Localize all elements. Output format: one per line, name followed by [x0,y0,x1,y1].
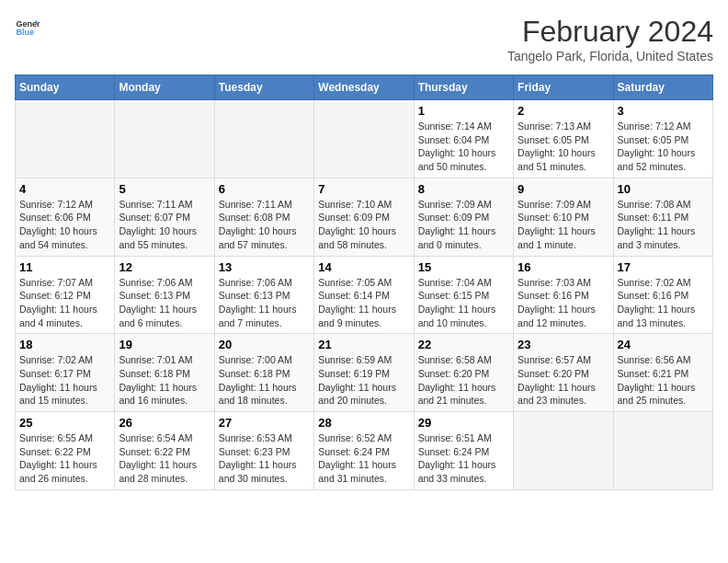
day-number: 16 [518,260,609,274]
day-number: 4 [19,182,110,196]
calendar-cell: 25Sunrise: 6:55 AM Sunset: 6:22 PM Dayli… [16,412,115,490]
day-number: 11 [19,260,110,274]
day-info: Sunrise: 6:59 AM Sunset: 6:19 PM Dayligh… [318,353,409,408]
calendar-cell: 14Sunrise: 7:05 AM Sunset: 6:14 PM Dayli… [314,256,414,334]
day-number: 13 [219,260,310,274]
day-info: Sunrise: 7:09 AM Sunset: 6:09 PM Dayligh… [418,198,509,252]
calendar-table: SundayMondayTuesdayWednesdayThursdayFrid… [15,75,713,490]
day-info: Sunrise: 6:56 AM Sunset: 6:21 PM Dayligh… [618,353,709,408]
header-day-sunday: Sunday [16,75,115,100]
day-number: 24 [618,338,709,351]
day-number: 2 [518,104,609,118]
day-info: Sunrise: 7:06 AM Sunset: 6:13 PM Dayligh… [119,276,210,330]
day-number: 25 [19,416,110,430]
header-day-wednesday: Wednesday [314,75,414,100]
calendar-cell: 17Sunrise: 7:02 AM Sunset: 6:16 PM Dayli… [613,256,712,334]
day-info: Sunrise: 7:00 AM Sunset: 6:18 PM Dayligh… [219,353,310,408]
calendar-cell [613,412,712,490]
calendar-cell: 29Sunrise: 6:51 AM Sunset: 6:24 PM Dayli… [414,412,513,490]
page-header: General Blue February 2024 Tangelo Park,… [15,15,713,63]
calendar-cell: 8Sunrise: 7:09 AM Sunset: 6:09 PM Daylig… [414,178,513,256]
day-info: Sunrise: 7:11 AM Sunset: 6:08 PM Dayligh… [219,198,310,252]
calendar-cell: 22Sunrise: 6:58 AM Sunset: 6:20 PM Dayli… [414,334,513,412]
calendar-cell: 15Sunrise: 7:04 AM Sunset: 6:15 PM Dayli… [414,256,513,334]
day-number: 20 [219,338,310,351]
calendar-cell: 4Sunrise: 7:12 AM Sunset: 6:06 PM Daylig… [16,178,115,256]
calendar-cell: 16Sunrise: 7:03 AM Sunset: 6:16 PM Dayli… [514,256,613,334]
calendar-cell: 19Sunrise: 7:01 AM Sunset: 6:18 PM Dayli… [115,334,214,412]
day-info: Sunrise: 6:53 AM Sunset: 6:23 PM Dayligh… [219,431,310,486]
day-number: 1 [418,104,509,118]
day-info: Sunrise: 7:09 AM Sunset: 6:10 PM Dayligh… [518,198,609,252]
day-number: 5 [119,182,210,196]
calendar-cell: 5Sunrise: 7:11 AM Sunset: 6:07 PM Daylig… [115,178,214,256]
day-info: Sunrise: 6:54 AM Sunset: 6:22 PM Dayligh… [119,431,210,486]
calendar-cell: 28Sunrise: 6:52 AM Sunset: 6:24 PM Dayli… [314,412,414,490]
day-info: Sunrise: 7:07 AM Sunset: 6:12 PM Dayligh… [19,276,110,330]
calendar-cell: 21Sunrise: 6:59 AM Sunset: 6:19 PM Dayli… [314,334,414,412]
week-row-3: 11Sunrise: 7:07 AM Sunset: 6:12 PM Dayli… [16,256,713,334]
day-number: 10 [618,182,709,196]
day-number: 8 [418,182,509,196]
svg-text:Blue: Blue [16,28,34,37]
day-info: Sunrise: 7:08 AM Sunset: 6:11 PM Dayligh… [618,198,709,252]
day-info: Sunrise: 7:11 AM Sunset: 6:07 PM Dayligh… [119,198,210,252]
day-number: 9 [518,182,609,196]
page-title: February 2024 [507,15,713,49]
header-day-tuesday: Tuesday [214,75,313,100]
day-info: Sunrise: 7:06 AM Sunset: 6:13 PM Dayligh… [219,276,310,330]
day-number: 17 [618,260,709,274]
day-number: 7 [318,182,409,196]
day-info: Sunrise: 7:12 AM Sunset: 6:06 PM Dayligh… [19,198,110,252]
calendar-cell: 2Sunrise: 7:13 AM Sunset: 6:05 PM Daylig… [514,100,613,178]
day-number: 19 [119,338,210,351]
day-number: 3 [618,104,709,118]
header-day-monday: Monday [115,75,214,100]
calendar-cell: 7Sunrise: 7:10 AM Sunset: 6:09 PM Daylig… [314,178,414,256]
logo: General Blue [15,15,40,40]
day-number: 22 [418,338,509,351]
calendar-cell [214,100,313,178]
day-info: Sunrise: 7:02 AM Sunset: 6:16 PM Dayligh… [618,276,709,330]
calendar-cell: 6Sunrise: 7:11 AM Sunset: 6:08 PM Daylig… [214,178,313,256]
calendar-cell: 10Sunrise: 7:08 AM Sunset: 6:11 PM Dayli… [613,178,712,256]
calendar-cell: 9Sunrise: 7:09 AM Sunset: 6:10 PM Daylig… [514,178,613,256]
day-info: Sunrise: 6:57 AM Sunset: 6:20 PM Dayligh… [518,353,609,408]
day-info: Sunrise: 7:01 AM Sunset: 6:18 PM Dayligh… [119,353,210,408]
day-number: 27 [219,416,310,430]
week-row-4: 18Sunrise: 7:02 AM Sunset: 6:17 PM Dayli… [16,334,713,412]
day-info: Sunrise: 7:13 AM Sunset: 6:05 PM Dayligh… [518,120,609,174]
day-number: 23 [518,338,609,351]
calendar-cell: 23Sunrise: 6:57 AM Sunset: 6:20 PM Dayli… [514,334,613,412]
day-info: Sunrise: 7:04 AM Sunset: 6:15 PM Dayligh… [418,276,509,330]
calendar-cell: 13Sunrise: 7:06 AM Sunset: 6:13 PM Dayli… [214,256,313,334]
day-info: Sunrise: 7:02 AM Sunset: 6:17 PM Dayligh… [19,353,110,408]
day-info: Sunrise: 6:58 AM Sunset: 6:20 PM Dayligh… [418,353,509,408]
header-day-thursday: Thursday [414,75,513,100]
week-row-2: 4Sunrise: 7:12 AM Sunset: 6:06 PM Daylig… [16,178,713,256]
calendar-cell: 11Sunrise: 7:07 AM Sunset: 6:12 PM Dayli… [16,256,115,334]
logo-icon: General Blue [15,15,40,40]
day-number: 29 [418,416,509,430]
calendar-cell: 18Sunrise: 7:02 AM Sunset: 6:17 PM Dayli… [16,334,115,412]
day-info: Sunrise: 7:05 AM Sunset: 6:14 PM Dayligh… [318,276,409,330]
calendar-cell [314,100,414,178]
week-row-5: 25Sunrise: 6:55 AM Sunset: 6:22 PM Dayli… [16,412,713,490]
week-row-1: 1Sunrise: 7:14 AM Sunset: 6:04 PM Daylig… [16,100,713,178]
day-number: 12 [119,260,210,274]
day-number: 28 [318,416,409,430]
day-info: Sunrise: 7:14 AM Sunset: 6:04 PM Dayligh… [418,120,509,174]
calendar-cell: 20Sunrise: 7:00 AM Sunset: 6:18 PM Dayli… [214,334,313,412]
day-info: Sunrise: 6:55 AM Sunset: 6:22 PM Dayligh… [19,431,110,486]
calendar-cell: 1Sunrise: 7:14 AM Sunset: 6:04 PM Daylig… [414,100,513,178]
day-number: 18 [19,338,110,351]
day-number: 26 [119,416,210,430]
calendar-cell: 24Sunrise: 6:56 AM Sunset: 6:21 PM Dayli… [613,334,712,412]
day-info: Sunrise: 6:51 AM Sunset: 6:24 PM Dayligh… [418,431,509,486]
calendar-cell: 12Sunrise: 7:06 AM Sunset: 6:13 PM Dayli… [115,256,214,334]
calendar-cell: 3Sunrise: 7:12 AM Sunset: 6:05 PM Daylig… [613,100,712,178]
day-number: 15 [418,260,509,274]
day-info: Sunrise: 7:10 AM Sunset: 6:09 PM Dayligh… [318,198,409,252]
day-number: 21 [318,338,409,351]
calendar-cell [514,412,613,490]
